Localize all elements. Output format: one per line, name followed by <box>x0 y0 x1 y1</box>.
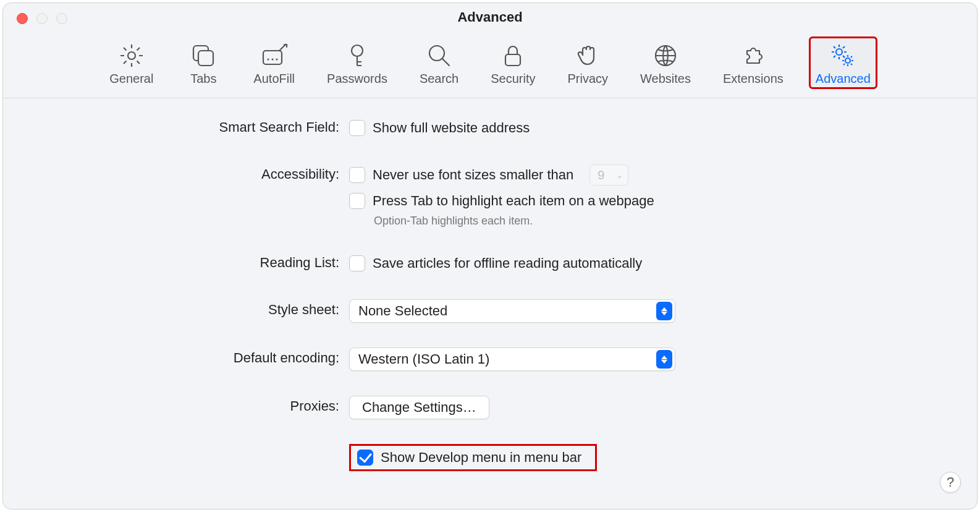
show-full-address-text: Show full website address <box>373 120 530 136</box>
svg-point-11 <box>836 49 842 55</box>
accessibility-label: Accessibility: <box>3 164 349 182</box>
smart-search-label: Smart Search Field: <box>3 117 349 135</box>
gear-icon <box>118 42 145 69</box>
save-offline-checkbox[interactable] <box>349 255 365 271</box>
globe-icon <box>652 42 679 69</box>
never-font-smaller-checkbox[interactable] <box>349 167 365 183</box>
tab-search[interactable]: Search <box>413 36 465 89</box>
press-tab-highlight-text: Press Tab to highlight each item on a we… <box>373 193 654 209</box>
svg-point-12 <box>845 58 850 63</box>
svg-point-0 <box>128 52 135 59</box>
min-font-size-stepper[interactable]: 9 ⌄ <box>589 164 628 186</box>
lock-icon <box>499 42 526 69</box>
tab-privacy[interactable]: Privacy <box>561 36 615 89</box>
titlebar: Advanced <box>3 3 977 32</box>
help-button[interactable]: ? <box>940 472 961 493</box>
svg-rect-3 <box>263 51 282 64</box>
tab-websites[interactable]: Websites <box>633 36 698 89</box>
show-full-address-checkbox[interactable] <box>349 120 365 136</box>
never-font-smaller-text: Never use font sizes smaller than <box>373 167 573 183</box>
svg-rect-9 <box>505 54 520 66</box>
chevron-down-icon: ⌄ <box>612 170 628 180</box>
default-encoding-select[interactable]: Western (ISO Latin 1) <box>349 348 675 371</box>
option-tab-hint: Option-Tab highlights each item. <box>374 215 977 228</box>
press-tab-highlight-checkbox[interactable] <box>349 193 365 209</box>
proxies-label: Proxies: <box>3 396 349 414</box>
autofill-icon <box>261 42 288 69</box>
window-title: Advanced <box>3 9 977 25</box>
gears-icon <box>829 42 856 69</box>
show-develop-menu-checkbox[interactable] <box>357 450 373 466</box>
tab-autofill[interactable]: AutoFill <box>247 36 302 89</box>
key-icon <box>344 42 371 69</box>
default-encoding-value: Western (ISO Latin 1) <box>358 351 489 367</box>
preferences-window: Advanced General Tabs AutoFill Passwords <box>2 2 978 510</box>
tab-passwords[interactable]: Passwords <box>320 36 394 89</box>
change-proxy-settings-button[interactable]: Change Settings… <box>349 396 489 419</box>
tabs-icon <box>190 42 217 69</box>
tab-advanced[interactable]: Advanced <box>809 36 877 89</box>
default-encoding-label: Default encoding: <box>3 348 349 366</box>
style-sheet-value: None Selected <box>358 303 447 319</box>
show-develop-menu-text: Show Develop menu in menu bar <box>381 450 581 466</box>
style-sheet-label: Style sheet: <box>3 299 349 318</box>
style-sheet-select[interactable]: None Selected <box>349 299 675 323</box>
tab-tabs[interactable]: Tabs <box>179 36 228 89</box>
svg-rect-2 <box>198 51 213 66</box>
save-offline-text: Save articles for offline reading automa… <box>373 255 642 271</box>
reading-list-label: Reading List: <box>3 252 349 271</box>
select-arrows-icon <box>656 350 672 369</box>
svg-point-6 <box>276 59 277 61</box>
puzzle-icon <box>740 42 767 69</box>
search-icon <box>426 42 453 69</box>
preferences-toolbar: General Tabs AutoFill Passwords Search <box>3 32 977 98</box>
min-font-size-value: 9 <box>590 168 612 182</box>
develop-menu-highlight: Show Develop menu in menu bar <box>349 444 597 471</box>
select-arrows-icon <box>656 302 672 320</box>
tab-extensions[interactable]: Extensions <box>716 36 790 89</box>
svg-point-7 <box>352 45 363 56</box>
hand-icon <box>574 42 601 69</box>
svg-point-4 <box>267 59 269 61</box>
settings-content: Smart Search Field: Show full website ad… <box>3 98 977 496</box>
tab-security[interactable]: Security <box>484 36 542 89</box>
tab-general[interactable]: General <box>103 36 160 89</box>
svg-point-5 <box>271 59 273 61</box>
